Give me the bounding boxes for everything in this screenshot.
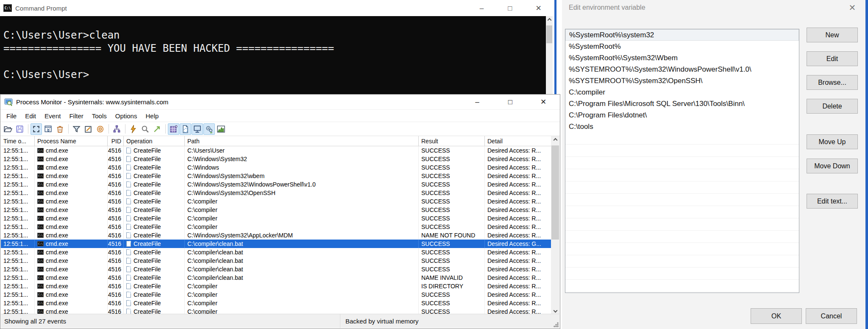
procmon-title-bar[interactable]: Process Monitor - Sysinternals: www.sysi…	[0, 95, 560, 110]
event-row[interactable]: 12:55:1...cmd.exe4516CreateFileC:\compil…	[1, 214, 552, 223]
process-tree-icon[interactable]	[111, 123, 122, 135]
procmon-maximize-button[interactable]: □	[494, 95, 527, 109]
cmd-title-bar[interactable]: Command Prompt – □ ✕	[0, 0, 553, 16]
column-header-processname[interactable]: Process Name	[35, 136, 108, 146]
menu-options[interactable]: Options	[111, 111, 142, 121]
resize-grip[interactable]	[554, 322, 559, 327]
event-row[interactable]: 12:55:1...cmd.exe4516CreateFileC:\compil…	[1, 273, 552, 282]
show-registry-icon[interactable]	[168, 123, 179, 135]
boot-logging-icon[interactable]	[128, 123, 139, 135]
event-row[interactable]: 12:55:1...cmd.exe4516CreateFileC:\Window…	[1, 180, 552, 189]
procmon-minimize-button[interactable]: –	[461, 95, 494, 109]
edit-text-button[interactable]: Edit text...	[807, 194, 858, 209]
env-path-item[interactable]: %SYSTEMROOT%\System32\OpenSSH\	[565, 75, 799, 86]
environment-path-list[interactable]: %SystemRoot%\system32%SystemRoot%%System…	[565, 29, 799, 293]
column-header-pid[interactable]: PID	[108, 136, 124, 146]
procmon-scroll-down-icon[interactable]	[551, 307, 559, 314]
column-header-operation[interactable]: Operation	[124, 136, 185, 146]
event-row[interactable]: 12:55:1...cmd.exe4516CreateFileC:\compil…	[1, 299, 552, 307]
show-process-icon[interactable]	[203, 123, 215, 135]
show-network-icon[interactable]	[192, 123, 203, 135]
event-row[interactable]: 12:55:1...cmd.exe4516CreateFileC:\Window…	[1, 163, 552, 172]
cmd-scrollbar-thumb[interactable]	[546, 25, 552, 43]
open-file-icon[interactable]	[2, 123, 14, 135]
cmd-exe-icon	[37, 267, 44, 272]
cell-operation: CreateFile	[124, 257, 185, 265]
include-process-icon[interactable]	[95, 123, 106, 135]
procmon-scroll-up-icon[interactable]	[551, 136, 559, 144]
event-row[interactable]: 12:55:1...cmd.exe4516CreateFileC:\compil…	[1, 197, 552, 206]
procmon-scrollbar[interactable]	[551, 136, 559, 314]
filter-icon[interactable]	[71, 123, 82, 135]
delete-button[interactable]: Delete	[807, 99, 858, 114]
browse-button[interactable]: Browse...	[807, 75, 858, 90]
event-row[interactable]: 12:55:1...cmd.exe4516CreateFileC:\compil…	[1, 248, 552, 257]
column-header-timeo[interactable]: Time o...	[1, 136, 35, 146]
jump-to-icon[interactable]	[151, 123, 163, 135]
ok-button[interactable]: OK	[751, 308, 802, 324]
menu-edit[interactable]: Edit	[21, 111, 40, 121]
event-row[interactable]: 12:55:1...cmd.exe4516CreateFileC:\compil…	[1, 257, 552, 265]
cmd-scrollbar[interactable]	[546, 16, 553, 94]
cell-pid: 4516	[108, 163, 124, 172]
find-icon[interactable]	[139, 123, 151, 135]
menu-event[interactable]: Event	[40, 111, 65, 121]
menu-filter[interactable]: Filter	[65, 111, 87, 121]
capture-icon[interactable]	[31, 123, 42, 135]
event-row[interactable]: 12:55:1...cmd.exe4516CreateFileC:\compil…	[1, 282, 552, 290]
move-down-button[interactable]: Move Down	[807, 159, 858, 173]
status-event-count: Showing all 27 events	[1, 318, 340, 325]
cmd-close-button[interactable]: ✕	[524, 0, 553, 16]
env-path-item[interactable]: C:\Program Files\Microsoft SQL Server\13…	[565, 98, 799, 109]
procmon-scrollbar-thumb[interactable]	[551, 145, 559, 240]
cell-detail: Desired Access: R...	[485, 273, 552, 282]
cell-pid: 4516	[108, 206, 124, 214]
env-path-item[interactable]: %SystemRoot%	[565, 41, 799, 52]
cmd-maximize-button[interactable]: □	[496, 0, 524, 16]
env-path-item[interactable]: C:\compiler	[565, 86, 799, 98]
env-path-item[interactable]: %SystemRoot%\System32\Wbem	[565, 52, 799, 64]
show-profiling-icon[interactable]	[215, 123, 227, 135]
highlight-icon[interactable]	[83, 123, 94, 135]
menu-file[interactable]: File	[2, 111, 21, 121]
dialog-close-button[interactable]: ✕	[845, 2, 860, 14]
event-row[interactable]: 12:55:1...cmd.exe4516CreateFileC:\compil…	[1, 223, 552, 231]
autoscroll-icon[interactable]	[42, 123, 54, 135]
clear-icon[interactable]	[54, 123, 66, 135]
cmd-minimize-button[interactable]: –	[467, 0, 496, 16]
menu-tools[interactable]: Tools	[88, 111, 111, 121]
event-row[interactable]: 12:55:1...cmd.exe4516CreateFileC:\compil…	[1, 307, 552, 314]
event-row[interactable]: 12:55:1...cmd.exe4516CreateFileC:\compil…	[1, 265, 552, 273]
column-header-detail[interactable]: Detail	[485, 136, 552, 146]
column-header-result[interactable]: Result	[419, 136, 485, 146]
new-button[interactable]: New	[807, 28, 858, 42]
save-icon[interactable]	[14, 123, 25, 135]
env-path-item[interactable]: %SYSTEMROOT%\System32\WindowsPowerShell\…	[565, 64, 799, 75]
createfile-icon	[126, 207, 131, 213]
edit-button[interactable]: Edit	[807, 51, 858, 66]
cell-operation: CreateFile	[124, 282, 185, 290]
cell-pid: 4516	[108, 273, 124, 282]
move-up-button[interactable]: Move Up	[807, 134, 858, 149]
cancel-button[interactable]: Cancel	[806, 308, 857, 324]
procmon-close-button[interactable]: ✕	[527, 95, 560, 109]
event-row[interactable]: 12:55:1...cmd.exe4516CreateFileC:\Window…	[1, 231, 552, 240]
show-filesystem-icon[interactable]	[180, 123, 191, 135]
event-row[interactable]: 12:55:1...cmd.exe4516CreateFileC:\Window…	[1, 155, 552, 163]
event-row[interactable]: 12:55:1...cmd.exe4516CreateFileC:\Window…	[1, 189, 552, 197]
column-header-path[interactable]: Path	[185, 136, 419, 146]
env-path-item-selected[interactable]: %SystemRoot%\system32	[565, 29, 799, 41]
menu-help[interactable]: Help	[141, 111, 163, 121]
event-row-selected[interactable]: 12:55:1...cmd.exe4516CreateFileC:\compil…	[1, 240, 552, 248]
event-row[interactable]: 12:55:1...cmd.exe4516CreateFileC:\compil…	[1, 206, 552, 214]
cell-process: cmd.exe	[35, 223, 108, 231]
event-row[interactable]: 12:55:1...cmd.exe4516CreateFileC:\compil…	[1, 290, 552, 299]
cmd-scroll-up-icon[interactable]	[546, 16, 553, 24]
event-row[interactable]: 12:55:1...cmd.exe4516CreateFileC:\Window…	[1, 172, 552, 180]
cell-operation: CreateFile	[124, 265, 185, 273]
env-path-item[interactable]: C:\Program Files\dotnet\	[565, 109, 799, 121]
event-row[interactable]: 12:55:1...cmd.exe4516CreateFileC:\Users\…	[1, 146, 552, 155]
console-output[interactable]: C:\Users\User>clean ================ YOU…	[0, 16, 546, 94]
cell-process: cmd.exe	[35, 206, 108, 214]
env-path-item[interactable]: C:\tools	[565, 121, 799, 132]
